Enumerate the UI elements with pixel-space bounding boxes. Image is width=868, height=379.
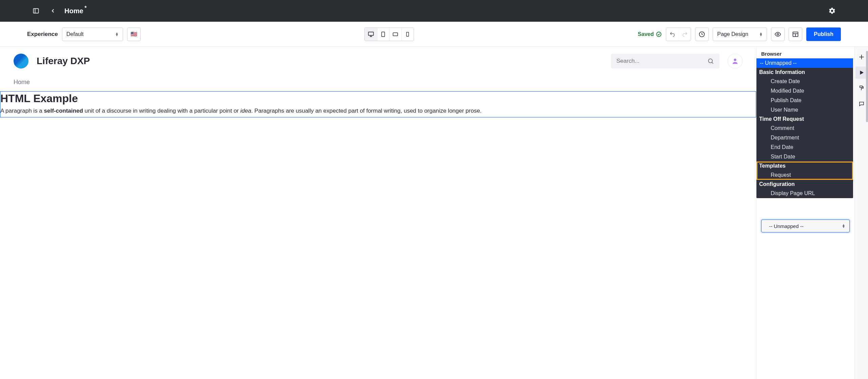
sort-icon: ▲▼ bbox=[115, 32, 119, 36]
toolbar-right: Saved Page Design ▲▼ Publish bbox=[638, 27, 841, 41]
user-icon bbox=[731, 57, 739, 65]
selected-fragment[interactable]: HTML Example A paragraph is a self-conta… bbox=[0, 91, 756, 117]
site-nav: Home bbox=[0, 72, 756, 91]
experience-value: Default bbox=[66, 31, 113, 37]
eye-icon bbox=[774, 31, 781, 38]
dropdown-option[interactable]: Modified Date bbox=[756, 86, 853, 96]
svg-point-10 bbox=[777, 33, 779, 35]
svg-rect-0 bbox=[34, 8, 39, 13]
field-mapping-dropdown: -- Unmapped -- Basic Information Create … bbox=[756, 58, 853, 198]
right-panel: Browser -- Unmapped -- Basic Information… bbox=[756, 47, 854, 379]
topbar-left: Home * bbox=[31, 5, 83, 16]
redo-icon bbox=[682, 31, 688, 37]
experience-label: Experience bbox=[27, 31, 58, 38]
nav-home-link[interactable]: Home bbox=[14, 79, 30, 86]
dropdown-group-templates: Templates bbox=[756, 162, 853, 170]
history-button[interactable] bbox=[695, 27, 709, 41]
undo-icon bbox=[669, 31, 675, 37]
viewport-desktop[interactable] bbox=[365, 28, 377, 41]
fragment-paragraph: A paragraph is a self-contained unit of … bbox=[0, 107, 756, 115]
search-input[interactable] bbox=[616, 58, 705, 64]
play-icon bbox=[859, 70, 865, 76]
search-icon bbox=[707, 58, 714, 64]
fragment-heading: HTML Example bbox=[0, 92, 756, 105]
search-box[interactable] bbox=[611, 54, 719, 69]
svg-rect-6 bbox=[393, 33, 398, 36]
tablet-portrait-icon bbox=[380, 31, 386, 37]
publish-button[interactable]: Publish bbox=[806, 27, 841, 41]
dropdown-option-request[interactable]: Request bbox=[756, 170, 853, 180]
clock-icon bbox=[698, 31, 705, 38]
dropdown-option[interactable]: Start Date bbox=[756, 152, 853, 162]
check-circle-icon bbox=[656, 31, 662, 37]
flag-icon: 🇺🇸 bbox=[131, 31, 137, 37]
svg-point-14 bbox=[708, 59, 712, 63]
sort-icon: ▲▼ bbox=[842, 224, 845, 228]
panel-icon bbox=[33, 7, 39, 14]
page-title: Home * bbox=[64, 7, 83, 15]
dropdown-option[interactable]: Publish Date bbox=[756, 96, 853, 105]
para-italic: idea bbox=[240, 108, 251, 114]
dropdown-option[interactable]: Create Date bbox=[756, 77, 853, 86]
dropdown-option-unmapped[interactable]: -- Unmapped -- bbox=[756, 58, 853, 68]
svg-rect-2 bbox=[368, 32, 373, 35]
workspace: Liferay DXP Home HTML Example A paragrap… bbox=[0, 47, 868, 379]
settings-button[interactable] bbox=[827, 5, 837, 16]
site-logo bbox=[14, 54, 28, 69]
para-text: unit of a discourse in writing dealing w… bbox=[83, 108, 240, 114]
para-text: A paragraph is a bbox=[0, 108, 44, 114]
viewport-switcher bbox=[364, 27, 414, 41]
paint-icon bbox=[859, 85, 865, 91]
back-button[interactable] bbox=[47, 5, 58, 16]
dropdown-group-basic-info: Basic Information bbox=[756, 68, 853, 77]
modified-indicator: * bbox=[84, 5, 86, 11]
dropdown-option[interactable]: Comment bbox=[756, 124, 853, 133]
user-avatar[interactable] bbox=[728, 54, 743, 69]
field-mapping-select[interactable]: -- Unmapped -- ▲▼ bbox=[761, 220, 850, 232]
svg-marker-19 bbox=[860, 71, 864, 75]
undo-button[interactable] bbox=[666, 28, 678, 41]
mobile-icon bbox=[405, 32, 410, 37]
tablet-landscape-icon bbox=[392, 31, 398, 37]
page-title-text: Home bbox=[64, 7, 83, 15]
viewport-tablet[interactable] bbox=[377, 28, 389, 41]
editor-toolbar: Experience Default ▲▼ 🇺🇸 Saved bbox=[0, 22, 868, 47]
panel-toggle-button[interactable] bbox=[31, 5, 41, 16]
dropdown-option[interactable]: Department bbox=[756, 133, 853, 143]
header-right bbox=[98, 54, 743, 69]
svg-point-16 bbox=[734, 59, 736, 61]
svg-rect-5 bbox=[382, 32, 385, 37]
redo-button[interactable] bbox=[678, 28, 691, 41]
locale-button[interactable]: 🇺🇸 bbox=[127, 27, 141, 41]
site-title: Liferay DXP bbox=[37, 56, 90, 67]
edit-mode-select[interactable]: Page Design ▲▼ bbox=[713, 27, 767, 41]
edit-mode-value: Page Design bbox=[717, 31, 756, 37]
viewport-mobile[interactable] bbox=[401, 28, 414, 41]
site-header: Liferay DXP bbox=[0, 47, 756, 72]
dropdown-option[interactable]: User Name bbox=[756, 105, 853, 115]
layout-button[interactable] bbox=[789, 27, 802, 41]
scroll-indicator bbox=[866, 51, 868, 122]
svg-rect-7 bbox=[407, 32, 409, 36]
layout-icon bbox=[792, 31, 799, 38]
dropdown-option[interactable]: Display Page URL bbox=[756, 189, 853, 198]
dropdown-group-time-off: Time Off Request bbox=[756, 115, 853, 124]
sidebar-rail bbox=[854, 47, 868, 379]
experience-select[interactable]: Default ▲▼ bbox=[62, 27, 123, 41]
desktop-icon bbox=[368, 31, 374, 38]
viewport-tablet-landscape[interactable] bbox=[389, 28, 401, 41]
saved-label: Saved bbox=[638, 31, 654, 37]
svg-line-15 bbox=[712, 62, 713, 63]
toolbar-center bbox=[145, 27, 634, 41]
undo-redo-group bbox=[666, 27, 691, 41]
field-mapping-value: -- Unmapped -- bbox=[769, 223, 804, 229]
sort-icon: ▲▼ bbox=[759, 32, 763, 36]
comment-icon bbox=[859, 101, 865, 107]
preview-button[interactable] bbox=[771, 27, 785, 41]
highlighted-templates-region: Templates Request bbox=[756, 162, 853, 180]
dropdown-option[interactable]: End Date bbox=[756, 143, 853, 152]
para-text: . Paragraphs are usually an expected par… bbox=[251, 108, 481, 114]
saved-status: Saved bbox=[638, 31, 662, 37]
chevron-left-icon bbox=[50, 8, 56, 14]
gear-icon bbox=[828, 7, 836, 15]
